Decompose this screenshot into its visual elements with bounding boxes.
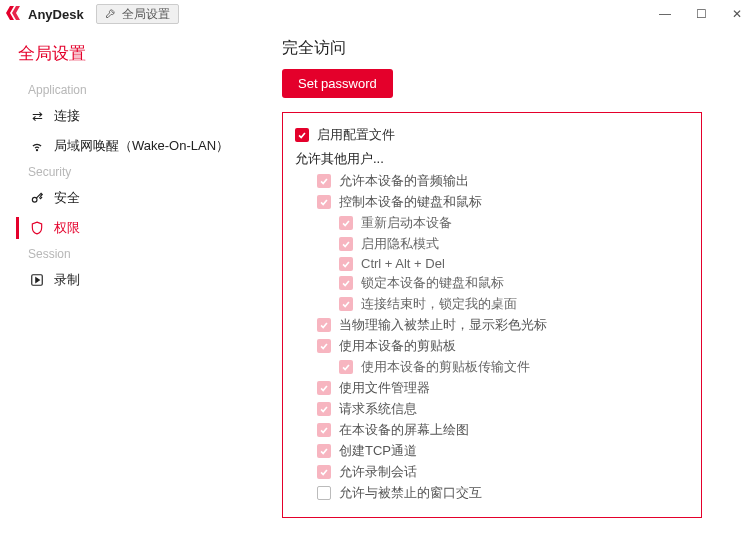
sidebar-title: 全局设置 (0, 42, 252, 79)
checkbox-checked-icon (317, 174, 331, 188)
perm-restart[interactable]: 重新启动本设备 (295, 214, 689, 232)
key-icon (28, 191, 46, 205)
group-session: Session (0, 243, 252, 265)
perm-cursor[interactable]: 当物理输入被禁止时，显示彩色光标 (295, 316, 689, 334)
maximize-button[interactable]: ☐ (683, 0, 719, 28)
checkbox-checked-icon (339, 216, 353, 230)
checkbox-unchecked-icon (317, 486, 331, 500)
perm-label: 控制本设备的键盘和鼠标 (339, 193, 482, 211)
perm-lock-kbd[interactable]: 锁定本设备的键盘和鼠标 (295, 274, 689, 292)
checkbox-checked-icon (339, 297, 353, 311)
set-password-button[interactable]: Set password (282, 69, 393, 98)
app-logo: AnyDesk (6, 6, 84, 23)
checkbox-checked-icon (317, 381, 331, 395)
perm-label: 允许录制会话 (339, 463, 417, 481)
checkbox-checked-icon (317, 402, 331, 416)
close-button[interactable]: ✕ (719, 0, 755, 28)
perm-lock-desktop[interactable]: 连接结束时，锁定我的桌面 (295, 295, 689, 313)
sidebar-item-connect[interactable]: ⇄ 连接 (0, 101, 252, 131)
minimize-button[interactable]: — (647, 0, 683, 28)
wrench-icon (105, 7, 117, 22)
link-icon: ⇄ (28, 109, 46, 124)
checkbox-checked-icon (317, 195, 331, 209)
shield-icon (28, 221, 46, 235)
perm-label: 允许与被禁止的窗口交互 (339, 484, 482, 502)
perm-cad[interactable]: Ctrl + Alt + Del (295, 256, 689, 271)
tab-global-settings[interactable]: 全局设置 (96, 4, 179, 24)
section-title: 完全访问 (282, 38, 731, 59)
perm-label: 当物理输入被禁止时，显示彩色光标 (339, 316, 547, 334)
sidebar-item-label: 连接 (54, 107, 80, 125)
perm-label: 使用本设备的剪贴板 (339, 337, 456, 355)
perm-label: 使用文件管理器 (339, 379, 430, 397)
checkbox-checked-icon (339, 360, 353, 374)
checkbox-checked-icon (317, 318, 331, 332)
svg-marker-5 (36, 278, 40, 283)
svg-point-2 (36, 150, 37, 151)
perm-record[interactable]: 允许录制会话 (295, 463, 689, 481)
anydesk-icon (6, 6, 24, 23)
checkbox-checked-icon (317, 423, 331, 437)
perm-label: 请求系统信息 (339, 400, 417, 418)
checkbox-checked-icon (317, 444, 331, 458)
perm-privacy[interactable]: 启用隐私模式 (295, 235, 689, 253)
perm-label: 启用配置文件 (317, 126, 395, 144)
content: 完全访问 Set password 启用配置文件 允许其他用户... 允许本设备… (252, 28, 755, 543)
perm-draw[interactable]: 在本设备的屏幕上绘图 (295, 421, 689, 439)
perm-clip-files[interactable]: 使用本设备的剪贴板传输文件 (295, 358, 689, 376)
perm-label: 锁定本设备的键盘和鼠标 (361, 274, 504, 292)
record-icon (28, 273, 46, 287)
tab-label: 全局设置 (122, 6, 170, 23)
perm-label: 使用本设备的剪贴板传输文件 (361, 358, 530, 376)
permissions-box: 启用配置文件 允许其他用户... 允许本设备的音频输出 控制本设备的键盘和鼠标 … (282, 112, 702, 518)
sidebar-item-recording[interactable]: 录制 (0, 265, 252, 295)
perm-label: 重新启动本设备 (361, 214, 452, 232)
perm-clipboard[interactable]: 使用本设备的剪贴板 (295, 337, 689, 355)
checkbox-checked-icon (339, 257, 353, 271)
sidebar-item-label: 录制 (54, 271, 80, 289)
sidebar-item-security[interactable]: 安全 (0, 183, 252, 213)
checkbox-checked-icon (317, 465, 331, 479)
app-name: AnyDesk (28, 7, 84, 22)
perm-tcp[interactable]: 创建TCP通道 (295, 442, 689, 460)
perm-filemgr[interactable]: 使用文件管理器 (295, 379, 689, 397)
perm-audio[interactable]: 允许本设备的音频输出 (295, 172, 689, 190)
allow-others-label: 允许其他用户... (295, 150, 689, 168)
sidebar: 全局设置 Application ⇄ 连接 局域网唤醒（Wake-On-LAN）… (0, 28, 252, 543)
perm-control[interactable]: 控制本设备的键盘和鼠标 (295, 193, 689, 211)
wifi-icon (28, 139, 46, 153)
sidebar-item-label: 权限 (54, 219, 80, 237)
checkbox-checked-icon (317, 339, 331, 353)
perm-label: 启用隐私模式 (361, 235, 439, 253)
perm-blocked-windows[interactable]: 允许与被禁止的窗口交互 (295, 484, 689, 502)
perm-label: 在本设备的屏幕上绘图 (339, 421, 469, 439)
group-security: Security (0, 161, 252, 183)
sidebar-item-wol[interactable]: 局域网唤醒（Wake-On-LAN） (0, 131, 252, 161)
sidebar-item-permissions[interactable]: 权限 (0, 213, 252, 243)
svg-marker-1 (12, 6, 20, 20)
group-application: Application (0, 79, 252, 101)
perm-enable-profile[interactable]: 启用配置文件 (295, 126, 689, 144)
sidebar-item-label: 安全 (54, 189, 80, 207)
sidebar-item-label: 局域网唤醒（Wake-On-LAN） (54, 137, 229, 155)
titlebar: AnyDesk 全局设置 — ☐ ✕ (0, 0, 755, 28)
checkbox-checked-icon (339, 276, 353, 290)
perm-label: 创建TCP通道 (339, 442, 417, 460)
checkbox-checked-icon (339, 237, 353, 251)
perm-sysinfo[interactable]: 请求系统信息 (295, 400, 689, 418)
window-controls: — ☐ ✕ (647, 0, 755, 28)
perm-label: Ctrl + Alt + Del (361, 256, 445, 271)
perm-label: 允许本设备的音频输出 (339, 172, 469, 190)
perm-label: 连接结束时，锁定我的桌面 (361, 295, 517, 313)
checkbox-checked-icon (295, 128, 309, 142)
